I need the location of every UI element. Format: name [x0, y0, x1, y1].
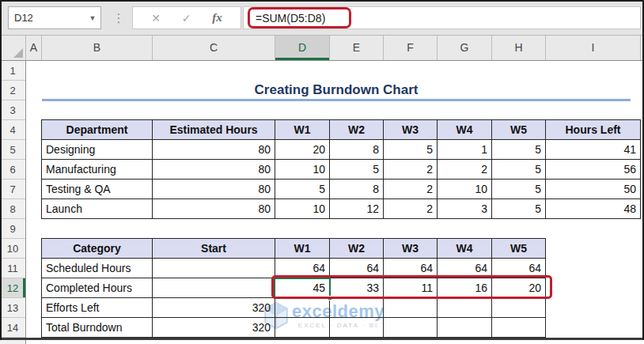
- row-header-3[interactable]: 3: [0, 100, 25, 120]
- table2-cell-r2c3[interactable]: [330, 298, 384, 318]
- column-header-F[interactable]: F: [384, 36, 438, 60]
- table1-cell-r0c0[interactable]: Designing: [42, 140, 153, 160]
- table1-cell-r1c6[interactable]: 5: [492, 160, 546, 180]
- column-header-H[interactable]: H: [492, 36, 546, 60]
- table2-header-1[interactable]: Start: [153, 239, 275, 259]
- table1-cell-r1c2[interactable]: 10: [275, 160, 330, 180]
- table2-cell-r3c6[interactable]: [492, 318, 546, 338]
- row-header-14[interactable]: 14: [0, 318, 25, 338]
- column-header-I[interactable]: I: [546, 36, 641, 60]
- table2-cell-r2c5[interactable]: [438, 298, 492, 318]
- table1-cell-r2c5[interactable]: 10: [438, 180, 492, 199]
- table1-cell-r1c0[interactable]: Manufacturing: [42, 160, 153, 180]
- table2-cell-r3c4[interactable]: [384, 318, 438, 338]
- formula-annotation-box: [248, 7, 351, 28]
- sheet-title-cell[interactable]: Creating Burndown Chart: [42, 81, 631, 99]
- row-header-2[interactable]: 2: [0, 81, 25, 100]
- table1-cell-r3c4[interactable]: 2: [384, 199, 438, 219]
- table1-header-6[interactable]: W5: [492, 120, 546, 140]
- column-header-G[interactable]: G: [438, 36, 492, 60]
- table1-cell-r3c6[interactable]: 5: [492, 199, 546, 219]
- row-header-7[interactable]: 7: [0, 180, 25, 199]
- table1-header-4[interactable]: W3: [384, 120, 438, 140]
- table2-cell-r3c5[interactable]: [438, 318, 492, 338]
- table1-header-1[interactable]: Estimated Hours: [153, 120, 275, 140]
- table1-cell-r2c1[interactable]: 80: [153, 180, 275, 199]
- table2-cell-r2c2[interactable]: [275, 298, 330, 318]
- table1-cell-r1c4[interactable]: 2: [384, 160, 438, 180]
- table1-cell-r1c7[interactable]: 56: [546, 160, 641, 180]
- table1-header-7[interactable]: Hours Left: [546, 120, 641, 140]
- table1-cell-r1c1[interactable]: 80: [153, 160, 275, 180]
- table1-cell-r3c2[interactable]: 10: [275, 199, 330, 219]
- column-header-B[interactable]: B: [42, 36, 153, 60]
- table2-header-3[interactable]: W2: [330, 239, 384, 259]
- table2-header-0[interactable]: Category: [42, 239, 153, 259]
- table2-cell-r1c0[interactable]: Completed Hours: [42, 278, 153, 298]
- table1-cell-r1c5[interactable]: 2: [438, 160, 492, 180]
- table1-cell-r0c2[interactable]: 20: [275, 140, 330, 160]
- table2-cell-r1c1[interactable]: [153, 278, 275, 298]
- row-header-10[interactable]: 10: [0, 239, 25, 259]
- table2-header-5[interactable]: W4: [438, 239, 492, 259]
- table1-cell-r3c3[interactable]: 12: [330, 199, 384, 219]
- table1-cell-r3c5[interactable]: 3: [438, 199, 492, 219]
- enter-icon[interactable]: ✓: [182, 12, 191, 25]
- department-hours-table: DepartmentEstimated HoursW1W2W3W4W5Hours…: [41, 119, 641, 219]
- select-all-corner[interactable]: [0, 36, 26, 60]
- column-header-strip: ABCDEFGHI: [0, 36, 644, 61]
- table1-cell-r0c4[interactable]: 5: [384, 140, 438, 160]
- insert-function-icon[interactable]: fx: [212, 11, 222, 25]
- row-header-1[interactable]: 1: [0, 61, 25, 81]
- table1-header-3[interactable]: W2: [330, 120, 384, 140]
- row-header-5[interactable]: 5: [0, 140, 25, 160]
- table1-cell-r0c7[interactable]: 41: [546, 140, 641, 160]
- table1-cell-r3c7[interactable]: 48: [546, 199, 641, 219]
- row-header-strip: 1234567891011121314: [0, 61, 26, 338]
- frame-edge: [0, 0, 644, 2]
- cancel-icon[interactable]: ✕: [151, 12, 161, 25]
- column-header-D[interactable]: D: [275, 36, 330, 60]
- column-header-A[interactable]: A: [26, 36, 42, 60]
- table1-cell-r2c4[interactable]: 2: [384, 180, 438, 199]
- row-header-4[interactable]: 4: [0, 120, 25, 140]
- table2-cell-r2c4[interactable]: [384, 298, 438, 318]
- table1-header-2[interactable]: W1: [275, 120, 330, 140]
- name-box[interactable]: D12 ▼: [8, 6, 101, 29]
- table2-header-2[interactable]: W1: [275, 239, 330, 259]
- table2-cell-r0c1[interactable]: [153, 259, 275, 278]
- table2-cell-r3c0[interactable]: Total Burndown: [42, 318, 153, 338]
- table2-cell-r3c3[interactable]: [330, 318, 384, 338]
- table1-cell-r0c6[interactable]: 5: [492, 140, 546, 160]
- table1-cell-r2c7[interactable]: 50: [546, 180, 641, 199]
- table1-cell-r2c0[interactable]: Testing & QA: [42, 180, 153, 199]
- row-header-8[interactable]: 8: [0, 199, 25, 219]
- table1-cell-r0c1[interactable]: 80: [153, 140, 275, 160]
- name-box-dropdown-icon[interactable]: ▼: [85, 14, 100, 22]
- table2-cell-r2c0[interactable]: Efforts Left: [42, 298, 153, 318]
- table1-header-0[interactable]: Department: [42, 120, 153, 140]
- table2-cell-r2c1[interactable]: 320: [153, 298, 275, 318]
- table2-header-4[interactable]: W3: [384, 239, 438, 259]
- table1-cell-r2c3[interactable]: 8: [330, 180, 384, 199]
- table2-cell-r0c0[interactable]: Scheduled Hours: [42, 259, 153, 278]
- table2-cell-r3c1[interactable]: 320: [153, 318, 275, 338]
- row-header-9[interactable]: 9: [0, 219, 25, 239]
- row-header-12[interactable]: 12: [0, 278, 25, 298]
- table1-cell-r2c2[interactable]: 5: [275, 180, 330, 199]
- column-header-C[interactable]: C: [153, 36, 275, 60]
- table1-cell-r0c5[interactable]: 1: [438, 140, 492, 160]
- table2-cell-r2c6[interactable]: [492, 298, 546, 318]
- table2-cell-r3c2[interactable]: [275, 318, 330, 338]
- row-header-6[interactable]: 6: [0, 160, 25, 180]
- row-header-13[interactable]: 13: [0, 298, 25, 318]
- table2-header-6[interactable]: W5: [492, 239, 546, 259]
- table1-cell-r0c3[interactable]: 8: [330, 140, 384, 160]
- table1-cell-r2c6[interactable]: 5: [492, 180, 546, 199]
- table1-cell-r3c1[interactable]: 80: [153, 199, 275, 219]
- column-header-E[interactable]: E: [330, 36, 384, 60]
- row-header-11[interactable]: 11: [0, 259, 25, 278]
- table1-header-5[interactable]: W4: [438, 120, 492, 140]
- table1-cell-r3c0[interactable]: Launch: [42, 199, 153, 219]
- table1-cell-r1c3[interactable]: 5: [330, 160, 384, 180]
